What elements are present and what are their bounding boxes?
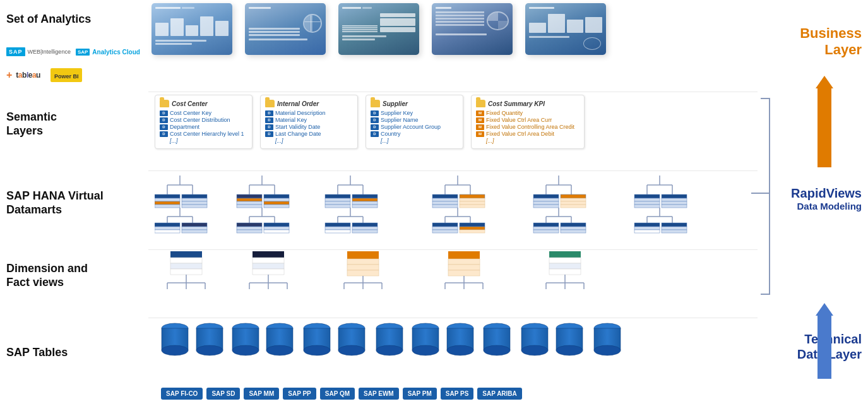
io-field-2: D Material Key bbox=[265, 117, 353, 123]
cc-field-text-3: Department bbox=[170, 124, 199, 130]
svg-rect-143 bbox=[253, 263, 284, 269]
svg-rect-86 bbox=[460, 227, 485, 230]
hana-group-6 bbox=[634, 176, 687, 233]
svg-point-206 bbox=[484, 345, 510, 355]
svg-rect-106 bbox=[533, 230, 559, 233]
svg-rect-168 bbox=[549, 251, 581, 258]
svg-rect-49 bbox=[325, 198, 350, 201]
svg-rect-52 bbox=[352, 194, 378, 198]
dim-fact-section: Dimension andFact views bbox=[6, 262, 88, 289]
svg-rect-159 bbox=[448, 251, 480, 259]
svg-rect-31 bbox=[264, 198, 289, 201]
svg-rect-84 bbox=[432, 230, 458, 233]
svg-rect-107 bbox=[561, 223, 586, 227]
hana-datamarts-label: SAP HANA VirtualDatamarts bbox=[6, 189, 104, 216]
svg-rect-55 bbox=[352, 205, 378, 208]
svg-rect-109 bbox=[561, 230, 586, 233]
analytics-cloud-text: Analytics Cloud bbox=[92, 49, 140, 56]
svg-rect-28 bbox=[237, 201, 262, 205]
hana-group-5 bbox=[533, 176, 586, 233]
tableau-text: tableau bbox=[16, 71, 40, 80]
svg-rect-48 bbox=[325, 194, 350, 198]
svg-rect-95 bbox=[533, 205, 559, 208]
cc-field-text-2: Cost Center Distribution bbox=[170, 117, 230, 123]
dim-icon-4: D bbox=[160, 131, 168, 137]
io-field-4: D Last Change Date bbox=[265, 131, 353, 137]
svg-rect-161 bbox=[448, 265, 480, 270]
svg-rect-10 bbox=[182, 201, 207, 205]
svg-rect-105 bbox=[533, 227, 559, 230]
svg-rect-99 bbox=[561, 205, 586, 208]
svg-point-215 bbox=[594, 345, 621, 355]
dim-icon: D bbox=[160, 110, 168, 116]
svg-point-194 bbox=[338, 345, 365, 355]
sup-field-2: D Supplier Name bbox=[371, 117, 458, 123]
rapidviews-label: RapidViews Data Modeling bbox=[791, 186, 862, 212]
svg-rect-11 bbox=[182, 205, 207, 208]
web-intelligence-text: WEB|Intelligence bbox=[28, 49, 71, 55]
svg-rect-60 bbox=[325, 223, 350, 227]
svg-rect-129 bbox=[662, 223, 687, 227]
svg-rect-26 bbox=[237, 194, 262, 198]
svg-point-182 bbox=[196, 345, 223, 355]
folder-icon-io bbox=[265, 100, 275, 107]
fact-view-3 bbox=[344, 251, 382, 289]
folder-icon-cc bbox=[160, 100, 169, 107]
powerbi-badge: Power BI bbox=[51, 68, 83, 82]
sup-field-4: D Country bbox=[371, 131, 458, 137]
svg-rect-72 bbox=[432, 201, 458, 205]
svg-rect-96 bbox=[561, 194, 586, 198]
svg-rect-117 bbox=[634, 205, 660, 208]
svg-rect-162 bbox=[448, 270, 480, 276]
svg-rect-169 bbox=[549, 258, 581, 263]
svg-rect-130 bbox=[662, 227, 687, 230]
svg-rect-160 bbox=[448, 259, 480, 265]
cc-field-text-1: Cost Center Key bbox=[170, 110, 211, 116]
svg-rect-153 bbox=[347, 270, 379, 276]
svg-rect-170 bbox=[549, 263, 581, 269]
kpi-field-1: M Fixed Quantity bbox=[476, 110, 580, 116]
svg-rect-71 bbox=[432, 198, 458, 201]
svg-rect-27 bbox=[237, 198, 262, 201]
dashboard-4 bbox=[432, 3, 513, 55]
hana-datamarts-section: SAP HANA VirtualDatamarts bbox=[6, 189, 104, 217]
svg-rect-119 bbox=[662, 198, 687, 201]
kpi-field-4: M Fixed Value Ctrl Area Debit bbox=[476, 131, 580, 137]
svg-rect-29 bbox=[237, 205, 262, 208]
dim-view-5 bbox=[546, 251, 584, 289]
svg-rect-94 bbox=[533, 201, 559, 205]
svg-rect-21 bbox=[182, 230, 207, 233]
cc-field-3: D Department bbox=[160, 124, 247, 130]
divider-2 bbox=[148, 170, 758, 171]
svg-rect-85 bbox=[460, 223, 485, 227]
svg-point-200 bbox=[412, 345, 439, 355]
svg-rect-116 bbox=[634, 201, 660, 205]
dashboard-2 bbox=[245, 3, 326, 55]
svg-rect-121 bbox=[662, 205, 687, 208]
semantic-layers-section: SemanticLayers bbox=[6, 110, 57, 138]
svg-rect-41 bbox=[264, 223, 289, 227]
dim-icon-3: D bbox=[160, 124, 168, 130]
dim-icon-2: D bbox=[160, 117, 168, 123]
kpi-field-2: M Fixed Value Ctrl Area Curr bbox=[476, 117, 580, 123]
svg-rect-126 bbox=[634, 223, 660, 227]
sap-web-logo: SAP WEB|Intelligence SAP Analytics Cloud bbox=[6, 47, 140, 56]
divider-3 bbox=[148, 249, 758, 250]
svg-point-203 bbox=[447, 345, 473, 355]
kpi-field-3: M Fixed Value Controlling Area Credit bbox=[476, 124, 580, 130]
divider-4 bbox=[148, 318, 758, 318]
svg-rect-39 bbox=[237, 227, 262, 230]
cost-summary-kpi-card: Cost Summary KPI M Fixed Quantity M Fixe… bbox=[471, 95, 585, 149]
svg-rect-7 bbox=[155, 205, 180, 208]
brace-bottom bbox=[761, 294, 770, 295]
business-layer-label: BusinessLayer bbox=[800, 25, 862, 59]
svg-rect-42 bbox=[264, 227, 289, 230]
folder-icon-kpi bbox=[476, 100, 485, 107]
dim-fact-svg bbox=[161, 251, 754, 324]
svg-rect-152 bbox=[347, 265, 379, 270]
arrow-shaft-orange bbox=[817, 88, 831, 167]
svg-rect-144 bbox=[253, 269, 284, 275]
badge-ewm: SAP EWM bbox=[359, 388, 399, 400]
svg-rect-5 bbox=[155, 198, 180, 201]
hana-row-svg bbox=[155, 176, 761, 248]
